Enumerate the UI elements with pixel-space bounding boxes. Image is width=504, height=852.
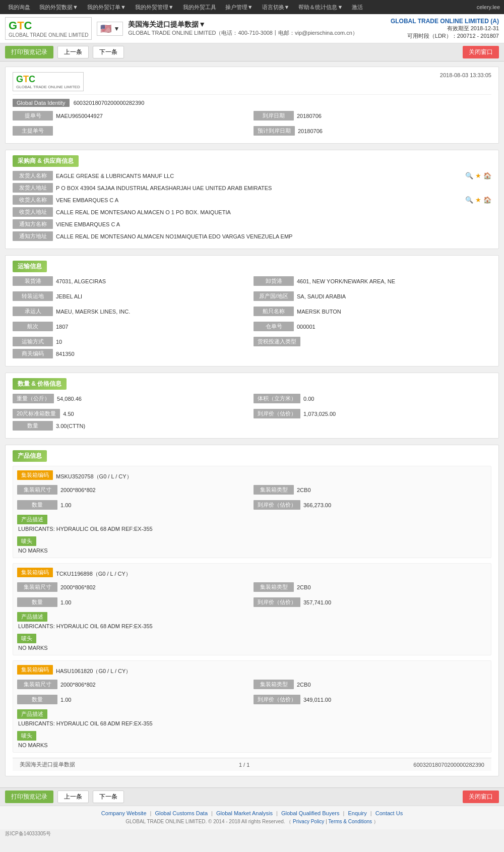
shipper-icons: 🔍 ★ 🏠 [465, 172, 491, 179]
container-type-value-0: 2CB0 [297, 487, 487, 493]
gdi-row: Global Data Identity 6003201807020000028… [13, 99, 491, 107]
container-price-value-1: 357,741.00 [303, 599, 487, 605]
home-icon[interactable]: 🏠 [483, 172, 491, 179]
header-right: GLOBAL TRADE ONLINE LIMITED (A) 有效期至 201… [391, 18, 499, 40]
footer-market-analysis[interactable]: Global Market Analysis [216, 810, 273, 816]
nav-items: 我的询盘 我的外贸数据▼ 我的外贸订单▼ 我的外贸管理▼ 我的外贸工具 操户管理… [4, 2, 367, 13]
star-icon[interactable]: ★ [475, 172, 481, 179]
container-type-row-0: 集装箱类型 2CB0 [254, 485, 487, 495]
bottom-doc-id: 60032018070200000282390 [413, 762, 484, 768]
search-icon-2[interactable]: 🔍 [465, 196, 473, 204]
home-icon-2[interactable]: 🏠 [483, 196, 491, 204]
nav-manage[interactable]: 我的外贸管理▼ [131, 2, 178, 13]
consignee-addr-row: 收货人地址 CALLE REAL DE MONTESANO ALMACEN O … [13, 207, 491, 217]
containers-value: 4.50 [63, 411, 250, 417]
logo-text: GTC [9, 19, 32, 32]
footer-company-website[interactable]: Company Website [101, 810, 147, 816]
buyer-supplier-header: 采购商 & 供应商信息 [13, 155, 79, 167]
est-arrival-row: 预计到岸日期 20180706 [254, 126, 491, 136]
marks-text-0: NO MARKS [17, 547, 487, 554]
container-qty-value-0: 1.00 [60, 502, 250, 508]
weight-label: 重量（公斤） [13, 394, 54, 403]
carrier-label: 承运人 [13, 307, 53, 316]
print-button[interactable]: 打印预览记录 [5, 46, 53, 58]
carrier-row: 承运人 MAEU, MAERSK LINES, INC. [13, 307, 250, 316]
container-row-1: 集装箱编码 TCKU1196898（G0 / L / CY） 集装箱尺寸 200… [13, 563, 491, 655]
consignee-name-row: 收货人名称 VENE EMBARQUES C A 🔍 ★ 🏠 [13, 195, 491, 205]
print-button-bottom[interactable]: 打印预览记录 [5, 790, 53, 803]
container-price-label-2: 到岸价（估价） [254, 695, 300, 704]
close-button-bottom[interactable]: 关闭窗口 [463, 790, 499, 803]
nav-tools[interactable]: 我的外贸工具 [179, 2, 220, 13]
basic-fields: 提单号 MAEU9650044927 到岸日期 20180706 主提单号 预计… [13, 111, 491, 138]
bottom-pagination: 美国海关进口提单数据 1 / 1 60032018070200000282390 [13, 758, 491, 771]
volume-label: 体积（立方米） [254, 394, 300, 403]
footer-customs-data[interactable]: Global Customs Data [155, 810, 208, 816]
title-area: 美国海关进口提单数据▼ GLOBAL TRADE ONLINE LIMITED（… [128, 20, 358, 37]
close-button[interactable]: 关闭窗口 [463, 46, 499, 58]
marks-text-1: NO MARKS [17, 645, 487, 651]
weight-row: 重量（公斤） 54,080.46 [13, 394, 250, 403]
container-size-row-0: 集装箱尺寸 2000*806*802 [17, 485, 250, 495]
prev-button-bottom[interactable]: 上一条 [57, 790, 89, 803]
nav-data[interactable]: 我的外贸数据▼ [35, 2, 82, 13]
main-bill-label: 主提单号 [13, 126, 53, 136]
transport-card: 运输信息 装货港 47031, ALGECIRAS 卸货港 4601, NEW … [5, 255, 499, 367]
notify-name-value: VIENE EMBARQUES C A [56, 221, 491, 227]
nav-home[interactable]: 我的询盘 [4, 2, 34, 13]
arrival-date-value: 20180706 [297, 113, 491, 119]
page-subtitle: GLOBAL TRADE ONLINE LIMITED（电话：400-710-3… [128, 29, 358, 37]
container-size-value-0: 2000*806*802 [60, 487, 250, 493]
prev-button[interactable]: 上一条 [57, 46, 89, 58]
dest-port-row: 卸货港 4601, NEW YORK/NEWARK AREA, NE [254, 276, 491, 286]
container-size-label-1: 集装箱尺寸 [17, 582, 57, 592]
hs-code-label: 商关编码 [13, 349, 53, 358]
container-price-row-1: 到岸价（估价） 357,741.00 [254, 597, 487, 607]
container-price-row-2: 到岸价（估价） 349,011.00 [254, 695, 487, 704]
container-type-value-1: 2CB0 [297, 584, 487, 590]
vessel-label: 船只名称 [254, 307, 294, 316]
page-header: GTC GLOBAL TRADE ONLINE LIMITED 🇺🇸 ▼ 美国海… [0, 14, 504, 43]
logo-c: C [24, 19, 32, 32]
search-icon[interactable]: 🔍 [465, 172, 473, 179]
logo-subtitle: GLOBAL TRADE ONLINE LIMITED [9, 32, 88, 38]
footer-enquiry[interactable]: Enquiry [348, 810, 366, 816]
container-id-row-1: 集装箱编码 TCKU1196898（G0 / L / CY） [17, 568, 487, 580]
tariff-row: 货税投递入类型 [254, 337, 491, 346]
nav-orders[interactable]: 我的外贸订单▼ [83, 2, 130, 13]
warehouse-label: 仓单号 [254, 322, 294, 331]
nav-activate[interactable]: 激活 [348, 2, 367, 13]
marks-label-1: 唛头 [17, 634, 36, 643]
shipper-addr-label: 发货人地址 [13, 183, 53, 193]
transit-port-row: 转装运地 JEBEL ALI [13, 291, 250, 301]
container-id-label-1: 集装箱编码 [17, 568, 53, 577]
transit-port-value: JEBEL ALI [56, 293, 250, 299]
flag-selector[interactable]: 🇺🇸 ▼ [97, 22, 123, 36]
nav-customers[interactable]: 操户管理▼ [221, 2, 257, 13]
next-button-bottom[interactable]: 下一条 [93, 790, 124, 803]
container-id-label-0: 集装箱编码 [17, 470, 53, 480]
nav-help[interactable]: 帮助＆统计信息▼ [294, 2, 347, 13]
basic-info-card: GTC GLOBAL TRADE ONLINE LIMITED 2018-08-… [5, 67, 499, 144]
notify-name-row: 通知方名称 VIENE EMBARQUES C A [13, 219, 491, 229]
icp-text: 苏ICP备14033305号 [5, 831, 51, 836]
footer-qualified-buyers[interactable]: Global Qualified Buyers [281, 810, 340, 816]
container-type-label-0: 集装箱类型 [254, 485, 294, 495]
footer-terms[interactable]: Terms & Conditions [328, 819, 372, 824]
footer-copyright: GLOBAL TRADE ONLINE LIMITED. © 2014 - 20… [5, 818, 499, 825]
container-price-value-2: 349,011.00 [303, 697, 487, 703]
bill-no-row: 提单号 MAEU9650044927 [13, 111, 250, 120]
qty-price-fields: 重量（公斤） 54,080.46 体积（立方米） 0.00 20尺标准箱数量 4… [13, 394, 491, 421]
nav-language[interactable]: 语言切换▼ [258, 2, 294, 13]
transport-fields: 装货港 47031, ALGECIRAS 卸货港 4601, NEW YORK/… [13, 276, 491, 349]
notify-addr-row: 通知方地址 CALLE REAL DE MONTESANO ALMACEN NO… [13, 231, 491, 241]
container-row-0: 集装箱编码 MSKU3520758（G0 / L / CY） 集装箱尺寸 200… [13, 466, 491, 558]
footer-privacy[interactable]: Privacy Policy [293, 819, 324, 824]
next-button[interactable]: 下一条 [93, 46, 124, 58]
shipper-name-row: 发货人名称 EAGLE GREASE & LUBRICANTS MANUF LL… [13, 171, 491, 180]
footer-contact-us[interactable]: Contact Us [375, 810, 403, 816]
footer-links: Company Website | Global Customs Data | … [5, 810, 499, 816]
star-icon-2[interactable]: ★ [475, 196, 481, 204]
arrival-date-label: 到岸日期 [254, 111, 294, 120]
consignee-icons: 🔍 ★ 🏠 [465, 196, 491, 204]
